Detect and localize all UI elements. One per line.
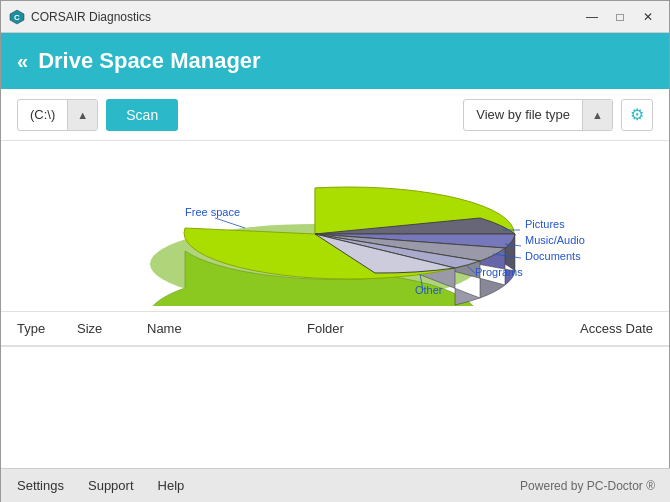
close-button[interactable]: ✕ bbox=[635, 7, 661, 27]
svg-line-3 bbox=[215, 218, 245, 228]
footer: Settings Support Help Powered by PC-Doct… bbox=[1, 468, 670, 502]
view-selector[interactable]: View by file type ▲ bbox=[463, 99, 613, 131]
page-title: Drive Space Manager bbox=[38, 48, 261, 74]
view-dropdown-chevron[interactable]: ▲ bbox=[582, 99, 612, 131]
maximize-button[interactable]: □ bbox=[607, 7, 633, 27]
drive-dropdown-chevron[interactable]: ▲ bbox=[67, 99, 97, 131]
free-space-label: Free space bbox=[185, 206, 240, 218]
minimize-button[interactable]: — bbox=[579, 7, 605, 27]
app-title: CORSAIR Diagnostics bbox=[31, 10, 151, 24]
music-audio-label: Music/Audio bbox=[525, 234, 585, 246]
table-header: Type Size Name Folder Access Date bbox=[1, 311, 669, 347]
drive-selector[interactable]: (C:\) ▲ bbox=[17, 99, 98, 131]
documents-label: Documents bbox=[525, 250, 581, 262]
app-header: « Drive Space Manager bbox=[1, 33, 669, 89]
column-size: Size bbox=[77, 321, 147, 336]
drive-label: (C:\) bbox=[18, 107, 67, 122]
other-label: Other bbox=[415, 284, 443, 296]
toolbar: (C:\) ▲ Scan View by file type ▲ ⚙ bbox=[1, 89, 669, 141]
title-bar: C CORSAIR Diagnostics — □ ✕ bbox=[1, 1, 669, 33]
column-folder: Folder bbox=[307, 321, 523, 336]
column-name: Name bbox=[147, 321, 307, 336]
pie-chart: Free space Pictures Music/Audio Document… bbox=[85, 146, 585, 306]
settings-gear-icon[interactable]: ⚙ bbox=[621, 99, 653, 131]
column-access-date: Access Date bbox=[523, 321, 653, 336]
settings-link[interactable]: Settings bbox=[17, 478, 64, 493]
view-by-label: View by file type bbox=[464, 107, 582, 122]
pictures-label: Pictures bbox=[525, 218, 565, 230]
svg-text:C: C bbox=[14, 13, 20, 22]
chart-area: Free space Pictures Music/Audio Document… bbox=[1, 141, 669, 311]
column-type: Type bbox=[17, 321, 77, 336]
back-icon[interactable]: « bbox=[17, 50, 28, 73]
scan-button[interactable]: Scan bbox=[106, 99, 178, 131]
powered-by-label: Powered by PC-Doctor ® bbox=[520, 479, 655, 493]
app-icon: C bbox=[9, 9, 25, 25]
programs-label: Programs bbox=[475, 266, 523, 278]
help-link[interactable]: Help bbox=[158, 478, 185, 493]
support-link[interactable]: Support bbox=[88, 478, 134, 493]
